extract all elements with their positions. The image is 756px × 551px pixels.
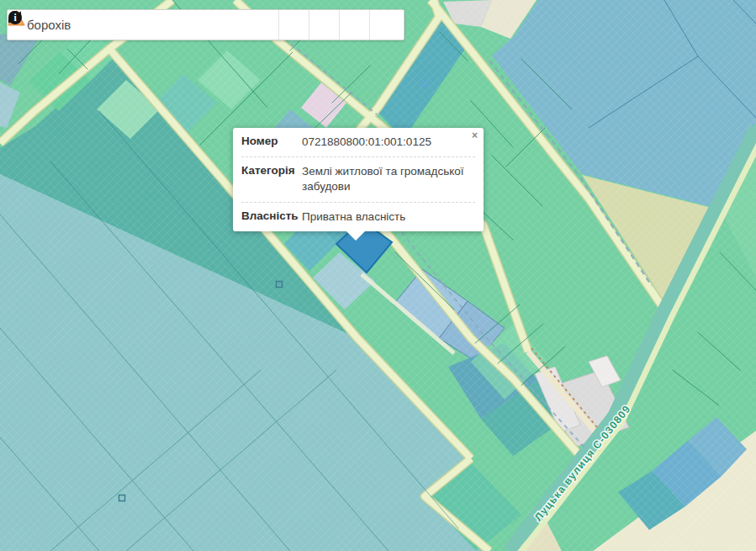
popup-row-ownership: Власність Приватна власність [233, 203, 484, 231]
download-button[interactable] [279, 10, 309, 40]
popup-close-button[interactable]: × [472, 130, 478, 140]
popup-row-number: Номер 0721880800:01:001:0125 [233, 128, 484, 156]
map-canvas[interactable]: Луцька вулиця С-030809 [0, 0, 756, 551]
popup-value: Землі житлової та громадської забудови [302, 164, 473, 194]
popup-pointer [346, 231, 365, 241]
info-button[interactable]: i [370, 10, 404, 40]
popup-value: Приватна власність [302, 209, 473, 225]
popup-row-category: Категорія Землі житлової та громадської … [233, 157, 484, 201]
search-input[interactable] [25, 10, 278, 40]
parcel-info-popup: × Номер 0721880800:01:001:0125 Категорія… [233, 128, 484, 231]
warning-button[interactable] [309, 10, 339, 40]
search-bar: i [7, 9, 404, 40]
info-icon: i [8, 10, 23, 25]
cadastral-map-app: Луцька вулиця С-030809 [0, 0, 756, 551]
popup-label: Власність [241, 209, 302, 225]
popup-label: Категорія [241, 164, 302, 194]
popup-value: 0721880800:01:001:0125 [302, 135, 473, 150]
refresh-button[interactable] [340, 10, 369, 40]
popup-label: Номер [241, 135, 302, 150]
